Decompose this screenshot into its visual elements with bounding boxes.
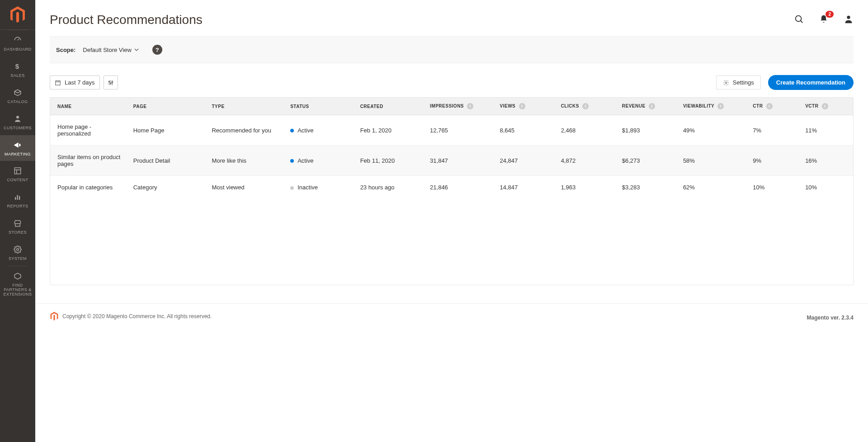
- sidebar-item-sales[interactable]: $ SALES: [0, 56, 35, 83]
- column-name[interactable]: Name: [50, 98, 129, 115]
- gear-icon: [14, 244, 22, 255]
- svg-point-11: [110, 83, 111, 84]
- column-impressions[interactable]: Impressions i: [425, 98, 495, 115]
- info-icon[interactable]: i: [717, 103, 724, 109]
- user-icon[interactable]: [844, 14, 854, 26]
- calendar-icon: [55, 80, 61, 86]
- sidebar-item-system[interactable]: SYSTEM: [0, 240, 35, 266]
- column-ctr[interactable]: CTR i: [748, 98, 801, 115]
- app-logo[interactable]: [0, 0, 35, 30]
- svg-point-6: [17, 249, 19, 251]
- column-viewability[interactable]: Viewability i: [679, 98, 748, 115]
- info-icon[interactable]: i: [519, 103, 525, 109]
- scope-bar: Scope: Default Store View ?: [50, 36, 854, 63]
- gauge-icon: [13, 35, 23, 46]
- megaphone-icon: [13, 140, 22, 150]
- sidebar-item-reports[interactable]: REPORTS: [0, 187, 35, 213]
- settings-button[interactable]: Settings: [716, 75, 761, 89]
- table-row[interactable]: Popular in categoriesCategoryMost viewed…: [50, 176, 853, 199]
- help-icon[interactable]: ?: [152, 45, 162, 55]
- sidebar-item-extensions[interactable]: FIND PARTNERS & EXTENSIONS: [0, 266, 35, 301]
- info-icon[interactable]: i: [766, 103, 773, 109]
- status-dot: [290, 129, 294, 132]
- table-row[interactable]: Similar items on product pagesProduct De…: [50, 146, 853, 176]
- status-cell: Active: [286, 115, 355, 146]
- table-row[interactable]: Home page - personalizedHome PageRecomme…: [50, 115, 853, 146]
- puzzle-icon: [14, 271, 22, 282]
- sidebar-item-stores[interactable]: STORES: [0, 213, 35, 240]
- gear-icon: [723, 80, 729, 86]
- svg-rect-9: [56, 80, 61, 85]
- column-created[interactable]: Created: [356, 98, 425, 115]
- header-actions: 2: [794, 14, 854, 26]
- info-icon[interactable]: i: [649, 103, 655, 109]
- chevron-down-icon: [134, 47, 139, 52]
- status-cell: Inactive: [286, 176, 355, 199]
- svg-rect-5: [19, 196, 20, 200]
- box-icon: [14, 87, 22, 98]
- notification-badge: 2: [826, 11, 834, 18]
- svg-point-12: [112, 81, 113, 82]
- svg-point-8: [847, 16, 850, 19]
- column-status[interactable]: Status: [286, 98, 355, 115]
- status-dot: [290, 159, 294, 163]
- column-clicks[interactable]: Clicks i: [557, 98, 618, 115]
- sidebar-item-dashboard[interactable]: DASHBOARD: [0, 30, 35, 56]
- column-views[interactable]: Views i: [495, 98, 557, 115]
- svg-rect-3: [15, 197, 16, 200]
- main-area: Product Recommendations 2 Scope: Default…: [35, 0, 868, 442]
- version-text: Magento ver. 2.3.4: [807, 315, 854, 321]
- svg-rect-4: [17, 195, 18, 200]
- notifications-icon[interactable]: 2: [819, 14, 828, 25]
- column-type[interactable]: Type: [207, 98, 286, 115]
- columns-button[interactable]: [104, 75, 118, 89]
- sliders-icon: [108, 80, 114, 86]
- magento-logo-icon: [50, 312, 59, 321]
- scope-select[interactable]: Default Store View: [83, 47, 138, 53]
- info-icon[interactable]: i: [467, 103, 473, 109]
- sidebar-item-customers[interactable]: CUSTOMERS: [0, 109, 35, 135]
- sidebar: DASHBOARD $ SALES CATALOG CUSTOMERS MARK…: [0, 0, 35, 442]
- recommendations-table: NamePageTypeStatusCreatedImpressions iVi…: [50, 97, 854, 285]
- svg-point-7: [796, 16, 802, 22]
- copyright-text: Copyright © 2020 Magento Commerce Inc. A…: [62, 313, 212, 320]
- bars-icon: [14, 192, 22, 202]
- sidebar-item-catalog[interactable]: CATALOG: [0, 83, 35, 109]
- column-page[interactable]: Page: [129, 98, 208, 115]
- svg-rect-2: [14, 168, 21, 174]
- sidebar-item-content[interactable]: CONTENT: [0, 161, 35, 187]
- create-recommendation-button[interactable]: Create Recommendation: [768, 75, 854, 90]
- column-vctr[interactable]: VCTR i: [801, 98, 853, 115]
- svg-point-10: [108, 81, 109, 82]
- date-range-button[interactable]: Last 7 days: [50, 75, 100, 89]
- svg-point-13: [725, 82, 727, 84]
- info-icon[interactable]: i: [822, 103, 828, 109]
- scope-label: Scope:: [56, 47, 75, 53]
- column-revenue[interactable]: Revenue i: [618, 98, 679, 115]
- info-icon[interactable]: i: [582, 103, 589, 109]
- svg-point-1: [16, 116, 19, 118]
- page-footer: Copyright © 2020 Magento Commerce Inc. A…: [35, 303, 868, 323]
- storefront-icon: [14, 218, 22, 229]
- status-dot: [290, 186, 294, 190]
- search-icon[interactable]: [794, 14, 804, 26]
- sidebar-item-marketing[interactable]: MARKETING: [0, 135, 35, 161]
- layout-icon: [14, 165, 22, 176]
- toolbar: Last 7 days Settings Create Recommendati…: [50, 75, 854, 90]
- svg-text:$: $: [15, 62, 19, 70]
- page-title: Product Recommendations: [50, 13, 203, 27]
- page-header: Product Recommendations 2: [35, 0, 868, 36]
- magento-logo-icon: [9, 6, 26, 24]
- dollar-icon: $: [14, 61, 22, 72]
- person-icon: [14, 113, 22, 124]
- status-cell: Active: [286, 146, 355, 176]
